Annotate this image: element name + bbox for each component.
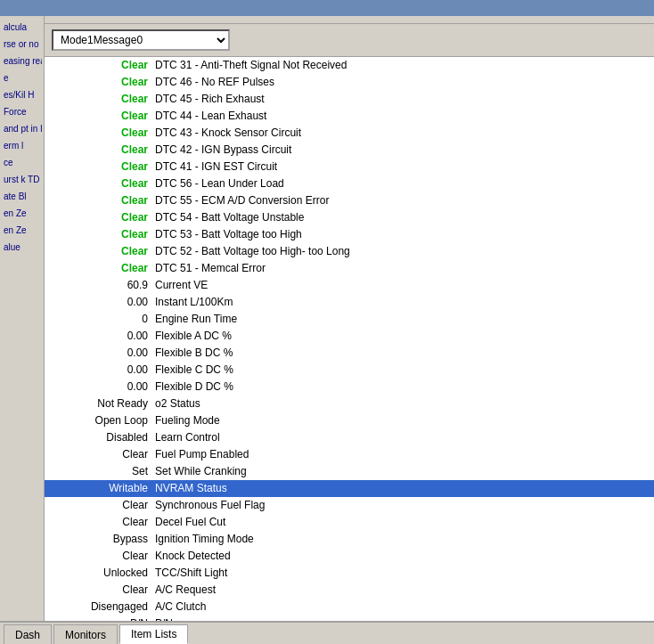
row-label: 60.9 (48, 278, 155, 293)
row-value: DTC 43 - Knock Sensor Circuit (155, 126, 301, 141)
row-label: Clear (48, 58, 155, 73)
row-label: Bypass (48, 532, 155, 547)
row-value: Set While Cranking (155, 464, 247, 479)
list-row[interactable]: ClearDTC 56 - Lean Under Load (45, 175, 654, 192)
tab-item-lists[interactable]: Item Lists (119, 624, 188, 644)
sidebar-item: alue (2, 240, 42, 255)
row-value: DTC 53 - Batt Voltage too High (155, 227, 302, 242)
row-value: Current VE (155, 278, 208, 293)
sidebar-item: ce (2, 155, 42, 170)
sidebar-item: en Ze (2, 223, 42, 238)
row-label: 0.00 (48, 329, 155, 344)
sidebar-item: rse or no (2, 37, 42, 52)
list-row[interactable]: UnlockedTCC/Shift Light (45, 565, 654, 582)
row-value: DTC 54 - Batt Voltage Unstable (155, 210, 304, 225)
sidebar-item: ate Bl (2, 189, 42, 204)
list-row[interactable]: 0.00Flexible C DC % (45, 362, 654, 379)
row-value: DTC 44 - Lean Exhaust (155, 109, 266, 124)
row-value: Fuel Pump Enabled (155, 447, 249, 462)
row-value: Flexible C DC % (155, 363, 233, 378)
list-row[interactable]: 0.00Flexible D DC % (45, 379, 654, 395)
row-value: Knock Detected (155, 549, 231, 564)
list-row[interactable]: Not Readyo2 Status (45, 395, 654, 412)
row-value: A/C Clutch (155, 599, 206, 615)
list-row[interactable]: ClearDTC 43 - Knock Sensor Circuit (45, 125, 654, 142)
row-label: Disabled (48, 430, 155, 445)
row-label: 0.00 (48, 295, 155, 310)
list-row[interactable]: Open LoopFueling Mode (45, 412, 654, 429)
row-value: Fueling Mode (155, 413, 220, 428)
row-label: 0 (48, 312, 155, 327)
list-row[interactable]: ClearDTC 42 - IGN Bypass Circuit (45, 142, 654, 159)
row-label: Disengaged (48, 599, 155, 615)
row-label: Clear (48, 244, 155, 259)
list-row[interactable]: 0.00Instant L/100Km (45, 294, 654, 311)
sidebar-item: e (2, 70, 42, 86)
row-value: Flexible D DC % (155, 379, 233, 395)
list-row[interactable]: DisengagedA/C Clutch (45, 599, 654, 615)
list-row[interactable]: ClearDTC 55 - ECM A/D Conversion Error (45, 192, 654, 209)
list-row[interactable]: SetSet While Cranking (45, 463, 654, 480)
list-row[interactable]: ClearDTC 44 - Lean Exhaust (45, 108, 654, 125)
list-row[interactable]: 0Engine Run Time (45, 311, 654, 328)
list-row[interactable]: 60.9Current VE (45, 277, 654, 294)
row-label: Clear (48, 515, 155, 530)
list-row[interactable]: ClearDTC 51 - Memcal Error (45, 260, 654, 277)
tab-dash[interactable]: Dash (4, 624, 52, 644)
row-label: Clear (48, 261, 155, 276)
sidebar-item: easing reasing (2, 53, 42, 69)
list-row[interactable]: ClearDTC 46 - No REF Pulses (45, 74, 654, 91)
sidebar-item: and pt in l (2, 121, 42, 136)
mode-dropdown[interactable]: Mode1Message0Mode1Message1Mode1Message2 (52, 29, 230, 51)
list-row[interactable]: ClearDTC 41 - IGN EST Circuit (45, 159, 654, 175)
row-label: Clear (48, 143, 155, 158)
list-row[interactable]: 0.00Flexible A DC % (45, 328, 654, 345)
row-label: Clear (48, 549, 155, 564)
list-row[interactable]: ClearSynchronous Fuel Flag (45, 497, 654, 514)
row-label: Clear (48, 159, 155, 175)
row-value: DTC 45 - Rich Exhaust (155, 92, 265, 107)
sidebar-item: en Ze (2, 206, 42, 221)
list-row[interactable]: ClearFuel Pump Enabled (45, 446, 654, 463)
row-value: Decel Fuel Cut (155, 515, 225, 530)
list-row[interactable]: BypassIgnition Timing Mode (45, 531, 654, 548)
sidebar-item: es/Kil H (2, 87, 42, 102)
main-area: alcularse or noeasing reasingees/Kil HFo… (0, 16, 654, 621)
list-row[interactable]: ClearA/C Request (45, 582, 654, 599)
row-value: TCC/Shift Light (155, 566, 227, 581)
row-value: DTC 56 - Lean Under Load (155, 176, 284, 192)
list-row[interactable]: DisabledLearn Control (45, 429, 654, 446)
row-value: DTC 42 - IGN Bypass Circuit (155, 143, 291, 158)
list-container[interactable]: ClearDTC 31 - Anti-Theft Signal Not Rece… (45, 57, 654, 621)
row-label: 0.00 (48, 346, 155, 361)
dropdown-row: Mode1Message0Mode1Message1Mode1Message2 (45, 24, 654, 57)
list-row[interactable]: ClearDTC 54 - Batt Voltage Unstable (45, 209, 654, 226)
list-row[interactable]: ClearDTC 53 - Batt Voltage too High (45, 226, 654, 243)
list-row[interactable]: ClearDecel Fuel Cut (45, 514, 654, 531)
row-label: 0.00 (48, 379, 155, 395)
list-row[interactable]: ClearDTC 52 - Batt Voltage too High- too… (45, 243, 654, 260)
content-area: Mode1Message0Mode1Message1Mode1Message2 … (45, 16, 654, 621)
row-value: DTC 51 - Memcal Error (155, 261, 266, 276)
row-label: Clear (48, 92, 155, 107)
row-label: Clear (48, 583, 155, 598)
row-value: Flexible B DC % (155, 346, 233, 361)
top-bar (0, 0, 654, 16)
list-row[interactable]: WritableNVRAM Status (45, 480, 654, 497)
sidebar-item: urst k TD (2, 172, 42, 187)
row-value: DTC 55 - ECM A/D Conversion Error (155, 193, 329, 208)
sidebar-item: alcula (2, 20, 42, 35)
row-label: Clear (48, 447, 155, 462)
row-value: NVRAM Status (155, 481, 227, 496)
list-row[interactable]: ClearKnock Detected (45, 548, 654, 565)
sidebar-item: Force (2, 104, 42, 119)
left-sidebar: alcularse or noeasing reasingees/Kil HFo… (0, 16, 45, 621)
row-value: DTC 41 - IGN EST Circuit (155, 159, 277, 175)
row-label: Clear (48, 109, 155, 124)
row-value: DTC 31 - Anti-Theft Signal Not Received (155, 58, 347, 73)
tab-monitors[interactable]: Monitors (53, 624, 118, 644)
list-row[interactable]: ClearDTC 31 - Anti-Theft Signal Not Rece… (45, 57, 654, 74)
item-lists-header (45, 16, 654, 24)
list-row[interactable]: ClearDTC 45 - Rich Exhaust (45, 91, 654, 108)
list-row[interactable]: 0.00Flexible B DC % (45, 345, 654, 362)
